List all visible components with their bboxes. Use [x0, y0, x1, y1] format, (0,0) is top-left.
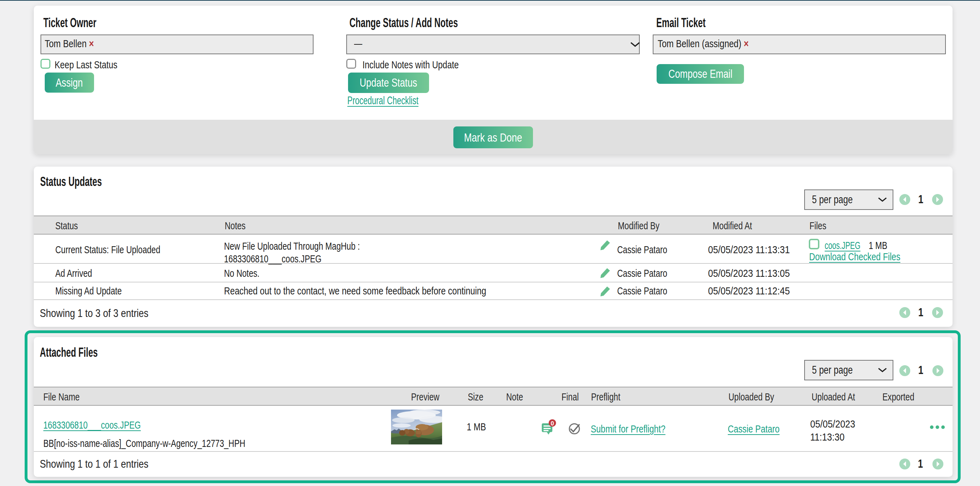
svg-text:0: 0	[550, 420, 554, 427]
